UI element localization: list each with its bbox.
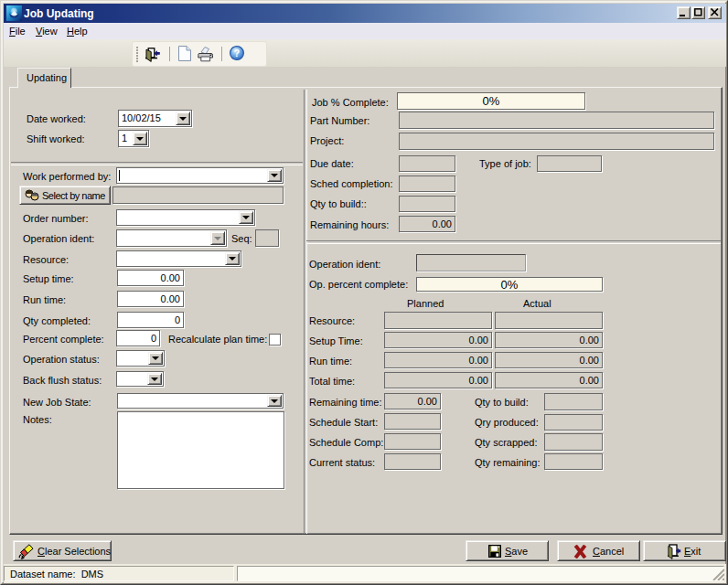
- svg-text:?: ?: [234, 48, 240, 58]
